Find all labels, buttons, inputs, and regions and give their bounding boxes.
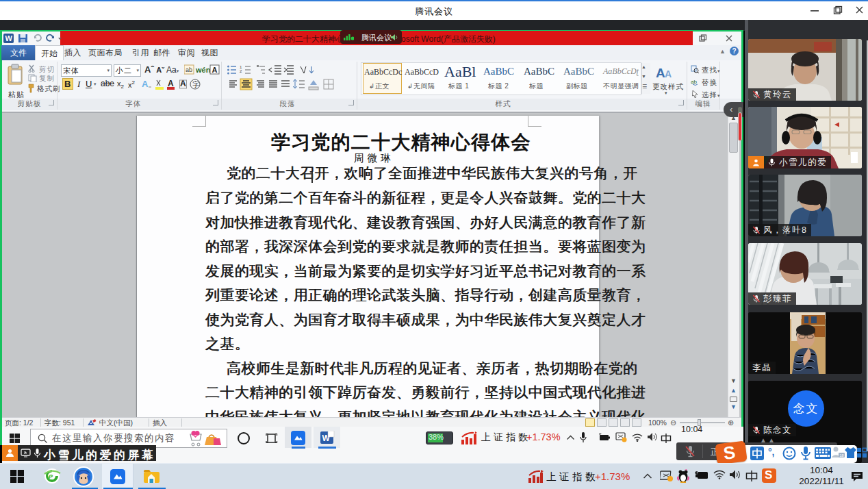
svg-text:wén: wén bbox=[195, 66, 211, 74]
svg-text:W: W bbox=[5, 34, 12, 42]
svg-text:字: 字 bbox=[193, 81, 200, 88]
svg-text:A: A bbox=[142, 79, 149, 89]
svg-text:A: A bbox=[168, 79, 174, 88]
svg-text:ab: ab bbox=[691, 79, 697, 85]
svg-text:A: A bbox=[656, 66, 665, 80]
svg-text:2: 2 bbox=[240, 69, 242, 73]
svg-text:A: A bbox=[212, 66, 218, 74]
svg-text:W: W bbox=[322, 434, 331, 443]
svg-text:ab: ab bbox=[186, 66, 192, 73]
svg-text:A: A bbox=[665, 68, 672, 79]
